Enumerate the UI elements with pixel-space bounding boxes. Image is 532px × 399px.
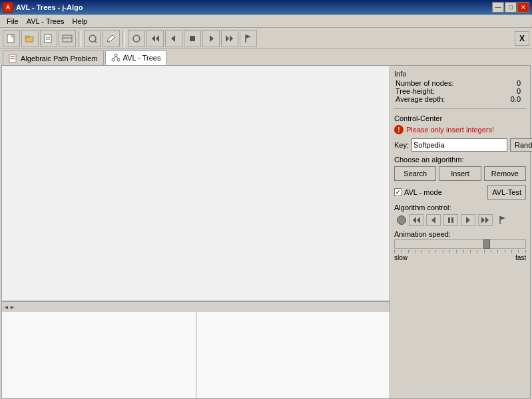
canvas-bottom-left[interactable]	[2, 312, 196, 398]
canvas-nav: ◄ ►	[2, 301, 390, 312]
svg-marker-16	[226, 35, 229, 42]
svg-marker-12	[156, 35, 159, 42]
canvas-top[interactable]	[2, 66, 390, 301]
algo-rewind-button[interactable]	[409, 214, 423, 226]
search-button[interactable]: Search	[394, 166, 436, 181]
speed-labels: slow fast	[394, 254, 526, 261]
algo-fastforward-button[interactable]	[478, 214, 493, 226]
toolbar-node-button[interactable]	[84, 30, 101, 47]
svg-marker-29	[417, 217, 420, 223]
menu-bar: File AVL - Trees Help	[0, 15, 532, 28]
title-bar: A AVL - Trees - j-Algo — □ ✕	[0, 0, 532, 15]
speed-tick-marks	[394, 250, 526, 254]
minimize-button[interactable]: —	[492, 2, 504, 13]
info-row-nodes: Number of nodes: 0	[394, 79, 526, 87]
random-button[interactable]: Random	[510, 138, 532, 152]
key-label: Key:	[394, 141, 409, 149]
svg-rect-32	[451, 217, 453, 223]
anim-speed-title: Animation speed:	[394, 230, 526, 238]
svg-line-27	[116, 57, 119, 59]
info-depth-value: 0.0	[497, 95, 526, 103]
choose-algo-label: Choose an algorithm:	[394, 156, 526, 164]
toolbar-flag-button[interactable]	[240, 30, 257, 47]
avl-mode-text: AVL - mode	[404, 188, 442, 196]
tab-bar: Algebraic Path Problem AVL - Trees	[0, 49, 532, 65]
menu-avl-trees[interactable]: AVL - Trees	[23, 16, 69, 27]
svg-marker-13	[171, 35, 175, 42]
nav-left-icon[interactable]: ◄	[3, 304, 9, 311]
maximize-button[interactable]: □	[505, 2, 517, 13]
canvas-bottom	[2, 312, 390, 398]
tab-algebraic[interactable]: Algebraic Path Problem	[3, 51, 104, 65]
avl-mode-checkbox[interactable]: ✓	[394, 188, 402, 196]
toolbar-fastforward-button[interactable]	[221, 30, 238, 47]
tab-algebraic-label: Algebraic Path Problem	[21, 55, 98, 63]
svg-rect-31	[448, 217, 450, 223]
svg-marker-37	[500, 216, 505, 220]
toolbar-separator-1	[79, 31, 81, 47]
key-input[interactable]	[411, 138, 507, 152]
svg-rect-3	[45, 35, 51, 43]
info-title: Info	[394, 70, 526, 78]
warning-text: Please only insert integers!	[406, 126, 494, 134]
algo-forward-button[interactable]	[461, 214, 475, 226]
tab-avl-trees[interactable]: AVL - Trees	[105, 51, 167, 65]
algo-flag-button[interactable]	[495, 214, 510, 226]
toolbar-separator-2	[123, 31, 125, 47]
divider-1	[394, 108, 526, 109]
avl-row: ✓ AVL - mode AVL-Test	[394, 185, 526, 200]
menu-help[interactable]: Help	[69, 16, 92, 27]
algo-back-button[interactable]	[426, 214, 441, 226]
app-icon: A	[3, 2, 13, 13]
svg-marker-19	[246, 35, 251, 39]
info-row-height: Tree-height: 0	[394, 87, 526, 95]
speed-slider-thumb[interactable]	[483, 239, 490, 249]
menu-file[interactable]: File	[3, 16, 23, 27]
toolbar-btn4[interactable]	[59, 30, 76, 47]
svg-point-23	[115, 54, 117, 57]
algo-stop-button[interactable]	[397, 215, 406, 225]
toolbar-back-button[interactable]	[165, 30, 182, 47]
remove-button[interactable]: Remove	[484, 166, 526, 181]
toolbar-forward-button[interactable]	[202, 30, 220, 47]
toolbar-stop-button[interactable]	[184, 30, 201, 47]
speed-slow-label: slow	[394, 254, 407, 261]
tab-algebraic-icon	[9, 54, 18, 63]
toolbar-circle-button[interactable]	[128, 30, 145, 47]
canvas-bottom-right[interactable]	[196, 312, 390, 398]
speed-slider-track[interactable]	[394, 239, 526, 249]
algo-pause-button[interactable]	[443, 214, 458, 226]
info-row-depth: Average depth: 0.0	[394, 95, 526, 103]
canvas-area: ◄ ►	[2, 66, 390, 398]
toolbar-open-button[interactable]	[21, 30, 39, 47]
toolbar-pencil-button[interactable]	[103, 30, 120, 47]
svg-rect-6	[63, 35, 72, 42]
avl-mode-label[interactable]: ✓ AVL - mode	[394, 188, 485, 196]
svg-point-24	[112, 59, 115, 61]
window-close-button[interactable]: ✕	[517, 2, 529, 13]
nav-right-icon[interactable]: ►	[9, 304, 15, 311]
warning-row: ! Please only insert integers!	[394, 125, 526, 134]
info-height-value: 0	[497, 87, 526, 95]
svg-marker-15	[210, 35, 214, 42]
info-nodes-label: Number of nodes:	[394, 79, 497, 87]
toolbar-close-button[interactable]: X	[515, 31, 529, 46]
key-row: Key: Random	[394, 138, 526, 152]
toolbar: X	[0, 28, 532, 49]
toolbar-new-button[interactable]	[3, 30, 20, 47]
main-content: ◄ ► Info Number of nodes: 0 Tree-height:…	[1, 65, 531, 399]
algo-buttons: Search Insert Remove	[394, 166, 526, 181]
insert-button[interactable]: Insert	[439, 166, 481, 181]
svg-point-25	[117, 59, 120, 61]
tab-avl-label: AVL - Trees	[123, 54, 161, 62]
info-table: Number of nodes: 0 Tree-height: 0 Averag…	[394, 79, 526, 103]
svg-rect-14	[190, 36, 195, 41]
svg-marker-11	[152, 35, 155, 42]
toolbar-btn3[interactable]	[40, 30, 57, 47]
svg-marker-28	[413, 217, 416, 223]
warning-icon: !	[394, 125, 403, 134]
svg-marker-30	[431, 217, 435, 223]
avl-test-button[interactable]: AVL-Test	[487, 185, 526, 200]
toolbar-rewind-button[interactable]	[146, 30, 164, 47]
control-center-title: Control-Center	[394, 114, 526, 122]
